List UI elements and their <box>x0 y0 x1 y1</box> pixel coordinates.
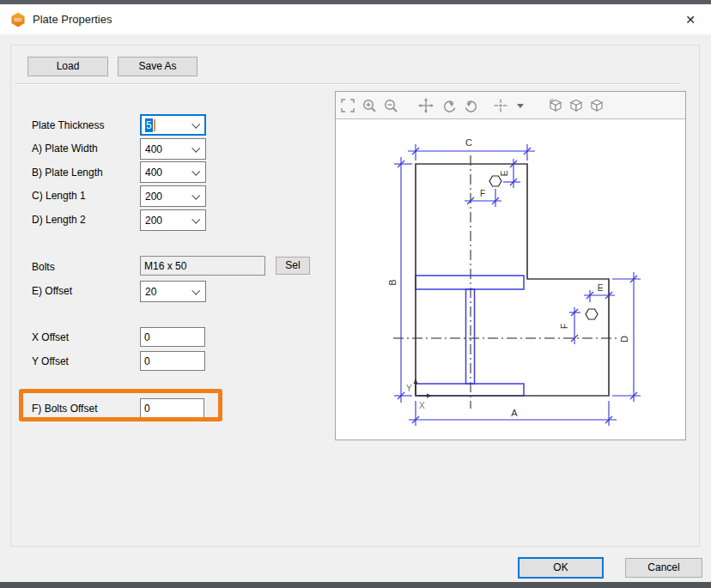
label-plate-width: A) Plate Width <box>32 142 98 155</box>
ok-button[interactable]: OK <box>518 557 604 579</box>
svg-text:D: D <box>619 336 629 342</box>
y-offset-input[interactable] <box>140 351 205 371</box>
cancel-button[interactable]: Cancel <box>625 558 702 578</box>
chevron-down-icon[interactable] <box>191 120 200 129</box>
plate-thickness-value: 5 <box>145 118 153 132</box>
length-1-combobox[interactable]: 200 <box>140 185 206 207</box>
label-length-2: D) Length 2 <box>32 214 86 226</box>
label-length-1: C) Length 1 <box>32 190 86 202</box>
plate-outline <box>416 164 609 396</box>
view-3d-icon-3[interactable] <box>588 97 605 114</box>
rotate-right-icon[interactable] <box>463 97 480 114</box>
rotate-left-icon[interactable] <box>441 97 458 114</box>
plate-length-combobox[interactable]: 400 <box>140 161 206 183</box>
svg-text:Y: Y <box>406 384 412 393</box>
e-offset-combobox[interactable]: 20 <box>140 281 206 302</box>
plate-thickness-combobox[interactable]: 5 <box>140 114 206 136</box>
chevron-down-icon[interactable] <box>191 167 200 176</box>
close-icon[interactable]: ✕ <box>682 11 699 28</box>
f-bolts-offset-input[interactable] <box>140 398 204 419</box>
svg-text:A: A <box>511 408 518 418</box>
zoom-in-icon[interactable] <box>361 97 378 114</box>
view-3d-icon-2[interactable] <box>568 97 585 114</box>
app-logo-icon: BD <box>10 12 26 27</box>
plate-properties-dialog: { "titlebar": { "title": "Plate Properti… <box>0 0 711 588</box>
plate-length-value: 400 <box>145 167 162 179</box>
preview-toolbar <box>336 92 685 119</box>
length-2-value: 200 <box>145 215 162 227</box>
label-bolts: Bolts <box>32 261 55 273</box>
length-1-value: 200 <box>145 191 162 203</box>
titlebar: BD Plate Properties ✕ <box>0 4 711 34</box>
dimension-labels: C B A D E F E F <box>387 137 629 418</box>
length-2-combobox[interactable]: 200 <box>140 209 206 231</box>
beam-section <box>416 276 524 396</box>
zoom-extents-icon[interactable] <box>339 97 356 114</box>
chevron-down-icon[interactable] <box>191 287 200 295</box>
separator-line <box>15 83 681 85</box>
plate-width-value: 400 <box>145 143 162 155</box>
x-offset-input[interactable] <box>140 327 205 347</box>
zoom-out-icon[interactable] <box>382 97 399 114</box>
drawing-canvas[interactable]: C B A D E F E F Y X <box>336 119 685 439</box>
label-x-offset: X Offset <box>32 331 69 343</box>
svg-text:E: E <box>500 170 509 176</box>
plate-width-combobox[interactable]: 400 <box>140 138 206 160</box>
view-3d-icon-1[interactable] <box>547 97 564 114</box>
label-f-bolts-offset: F) Bolts Offset <box>32 403 97 415</box>
bolts-field[interactable] <box>140 256 265 276</box>
chevron-down-icon[interactable] <box>191 144 200 153</box>
load-button[interactable]: Load <box>27 57 108 76</box>
text-caret <box>154 119 155 131</box>
svg-text:C: C <box>465 137 472 148</box>
pan-icon[interactable] <box>417 97 434 114</box>
chevron-down-icon[interactable] <box>191 191 200 200</box>
label-plate-length: B) Plate Length <box>32 167 103 179</box>
bolt-icon <box>489 176 598 319</box>
svg-text:BD: BD <box>15 16 22 22</box>
label-y-offset: Y Offset <box>32 355 69 367</box>
window-title: Plate Properties <box>33 4 112 34</box>
label-plate-thickness: Plate Thickness <box>32 119 105 131</box>
preview-panel: C B A D E F E F Y X <box>335 91 686 440</box>
plate-drawing: C B A D E F E F Y X <box>336 119 685 439</box>
chevron-down-icon[interactable] <box>191 215 200 224</box>
background-window-strip-bottom <box>0 582 711 588</box>
label-e-offset: E) Offset <box>32 285 72 297</box>
e-offset-value: 20 <box>145 286 156 298</box>
dropdown-arrow-icon[interactable] <box>516 97 525 114</box>
svg-text:F: F <box>560 324 569 329</box>
svg-text:B: B <box>387 279 398 285</box>
save-as-button[interactable]: Save As <box>118 57 198 76</box>
center-target-icon[interactable] <box>492 97 509 114</box>
svg-text:F: F <box>480 189 485 198</box>
svg-text:X: X <box>419 401 425 410</box>
svg-text:E: E <box>598 283 604 293</box>
select-bolt-button[interactable]: Sel <box>276 257 310 275</box>
